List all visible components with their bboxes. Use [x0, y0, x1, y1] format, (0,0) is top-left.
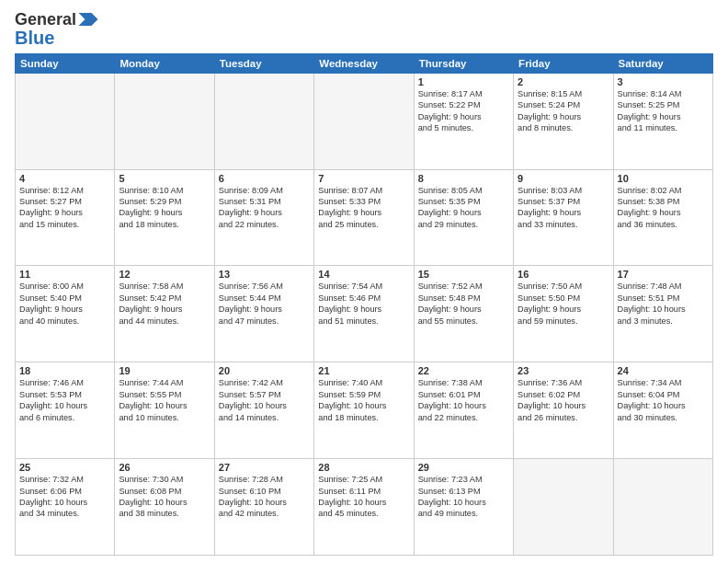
calendar-cell: 29Sunrise: 7:23 AM Sunset: 6:13 PM Dayli… — [414, 459, 513, 556]
day-number: 26 — [119, 462, 210, 473]
calendar-cell: 9Sunrise: 8:03 AM Sunset: 5:37 PM Daylig… — [514, 169, 613, 266]
cell-info: Sunrise: 8:09 AM Sunset: 5:31 PM Dayligh… — [219, 185, 310, 231]
cell-info: Sunrise: 7:32 AM Sunset: 6:06 PM Dayligh… — [19, 474, 110, 520]
col-header-sunday: Sunday — [16, 53, 115, 73]
day-number: 18 — [19, 365, 110, 376]
calendar-cell: 24Sunrise: 7:34 AM Sunset: 6:04 PM Dayli… — [613, 362, 712, 459]
cell-info: Sunrise: 7:36 AM Sunset: 6:02 PM Dayligh… — [518, 377, 609, 423]
calendar-cell: 5Sunrise: 8:10 AM Sunset: 5:29 PM Daylig… — [115, 169, 214, 266]
calendar-cell: 8Sunrise: 8:05 AM Sunset: 5:35 PM Daylig… — [414, 169, 513, 266]
calendar-cell: 19Sunrise: 7:44 AM Sunset: 5:55 PM Dayli… — [115, 362, 214, 459]
cell-info: Sunrise: 8:14 AM Sunset: 5:25 PM Dayligh… — [618, 88, 709, 134]
calendar-cell — [314, 73, 414, 169]
cell-info: Sunrise: 7:30 AM Sunset: 6:08 PM Dayligh… — [119, 474, 210, 520]
calendar-cell: 17Sunrise: 7:48 AM Sunset: 5:51 PM Dayli… — [613, 266, 712, 362]
calendar-cell — [115, 73, 214, 169]
cell-info: Sunrise: 7:38 AM Sunset: 6:01 PM Dayligh… — [418, 377, 509, 423]
day-number: 27 — [219, 462, 310, 473]
col-header-wednesday: Wednesday — [314, 53, 414, 73]
cell-info: Sunrise: 7:42 AM Sunset: 5:57 PM Dayligh… — [219, 377, 310, 423]
cell-info: Sunrise: 7:56 AM Sunset: 5:44 PM Dayligh… — [219, 281, 310, 327]
cell-info: Sunrise: 8:05 AM Sunset: 5:35 PM Dayligh… — [418, 185, 509, 231]
day-number: 29 — [418, 462, 509, 473]
calendar-cell: 20Sunrise: 7:42 AM Sunset: 5:57 PM Dayli… — [214, 362, 313, 459]
calendar-cell: 13Sunrise: 7:56 AM Sunset: 5:44 PM Dayli… — [214, 266, 313, 362]
day-number: 10 — [618, 173, 709, 184]
day-number: 16 — [518, 269, 609, 280]
calendar-cell: 18Sunrise: 7:46 AM Sunset: 5:53 PM Dayli… — [16, 362, 115, 459]
calendar-cell: 14Sunrise: 7:54 AM Sunset: 5:46 PM Dayli… — [314, 266, 414, 362]
cell-info: Sunrise: 8:17 AM Sunset: 5:22 PM Dayligh… — [418, 88, 509, 134]
day-number: 19 — [119, 365, 210, 376]
day-number: 25 — [19, 462, 110, 473]
cell-info: Sunrise: 7:25 AM Sunset: 6:11 PM Dayligh… — [318, 474, 409, 520]
day-number: 23 — [518, 365, 609, 376]
day-number: 22 — [418, 365, 509, 376]
cell-info: Sunrise: 8:00 AM Sunset: 5:40 PM Dayligh… — [19, 281, 110, 327]
week-row-4: 25Sunrise: 7:32 AM Sunset: 6:06 PM Dayli… — [16, 459, 713, 556]
cell-info: Sunrise: 8:03 AM Sunset: 5:37 PM Dayligh… — [518, 185, 609, 231]
calendar-cell: 23Sunrise: 7:36 AM Sunset: 6:02 PM Dayli… — [514, 362, 613, 459]
calendar-cell: 3Sunrise: 8:14 AM Sunset: 5:25 PM Daylig… — [613, 73, 712, 169]
logo-icon — [78, 13, 98, 26]
calendar-cell: 1Sunrise: 8:17 AM Sunset: 5:22 PM Daylig… — [414, 73, 513, 169]
cell-info: Sunrise: 7:40 AM Sunset: 5:59 PM Dayligh… — [318, 377, 409, 423]
calendar-cell: 12Sunrise: 7:58 AM Sunset: 5:42 PM Dayli… — [115, 266, 214, 362]
calendar-cell: 28Sunrise: 7:25 AM Sunset: 6:11 PM Dayli… — [314, 459, 414, 556]
cell-info: Sunrise: 8:07 AM Sunset: 5:33 PM Dayligh… — [318, 185, 409, 231]
col-header-friday: Friday — [514, 53, 613, 73]
cell-info: Sunrise: 8:12 AM Sunset: 5:27 PM Dayligh… — [19, 185, 110, 231]
day-number: 6 — [219, 173, 310, 184]
svg-marker-0 — [79, 13, 98, 26]
cell-info: Sunrise: 7:48 AM Sunset: 5:51 PM Dayligh… — [618, 281, 709, 327]
calendar-cell: 2Sunrise: 8:15 AM Sunset: 5:24 PM Daylig… — [514, 73, 613, 169]
calendar-header-row: SundayMondayTuesdayWednesdayThursdayFrid… — [16, 53, 713, 73]
cell-info: Sunrise: 7:50 AM Sunset: 5:50 PM Dayligh… — [518, 281, 609, 327]
cell-info: Sunrise: 7:54 AM Sunset: 5:46 PM Dayligh… — [318, 281, 409, 327]
cell-info: Sunrise: 7:52 AM Sunset: 5:48 PM Dayligh… — [418, 281, 509, 327]
day-number: 28 — [318, 462, 409, 473]
col-header-saturday: Saturday — [613, 53, 712, 73]
day-number: 4 — [19, 173, 110, 184]
calendar-cell: 26Sunrise: 7:30 AM Sunset: 6:08 PM Dayli… — [115, 459, 214, 556]
col-header-thursday: Thursday — [414, 53, 513, 73]
day-number: 8 — [418, 173, 509, 184]
calendar-cell: 27Sunrise: 7:28 AM Sunset: 6:10 PM Dayli… — [214, 459, 313, 556]
calendar-cell — [16, 73, 115, 169]
calendar-cell: 25Sunrise: 7:32 AM Sunset: 6:06 PM Dayli… — [16, 459, 115, 556]
logo-blue: Blue — [15, 28, 54, 48]
day-number: 3 — [618, 76, 709, 87]
week-row-1: 4Sunrise: 8:12 AM Sunset: 5:27 PM Daylig… — [16, 169, 713, 266]
calendar-cell: 4Sunrise: 8:12 AM Sunset: 5:27 PM Daylig… — [16, 169, 115, 266]
day-number: 13 — [219, 269, 310, 280]
day-number: 1 — [418, 76, 509, 87]
col-header-monday: Monday — [115, 53, 214, 73]
calendar-cell — [514, 459, 613, 556]
calendar-cell: 21Sunrise: 7:40 AM Sunset: 5:59 PM Dayli… — [314, 362, 414, 459]
day-number: 20 — [219, 365, 310, 376]
calendar-cell: 11Sunrise: 8:00 AM Sunset: 5:40 PM Dayli… — [16, 266, 115, 362]
logo: General Blue — [15, 11, 98, 48]
day-number: 12 — [119, 269, 210, 280]
day-number: 9 — [518, 173, 609, 184]
week-row-2: 11Sunrise: 8:00 AM Sunset: 5:40 PM Dayli… — [16, 266, 713, 362]
day-number: 24 — [618, 365, 709, 376]
calendar-cell: 6Sunrise: 8:09 AM Sunset: 5:31 PM Daylig… — [214, 169, 313, 266]
cell-info: Sunrise: 7:46 AM Sunset: 5:53 PM Dayligh… — [19, 377, 110, 423]
calendar-cell: 15Sunrise: 7:52 AM Sunset: 5:48 PM Dayli… — [414, 266, 513, 362]
calendar-cell — [613, 459, 712, 556]
calendar-cell: 7Sunrise: 8:07 AM Sunset: 5:33 PM Daylig… — [314, 169, 414, 266]
day-number: 11 — [19, 269, 110, 280]
header: General Blue — [15, 11, 713, 48]
day-number: 5 — [119, 173, 210, 184]
cell-info: Sunrise: 8:15 AM Sunset: 5:24 PM Dayligh… — [518, 88, 609, 134]
day-number: 15 — [418, 269, 509, 280]
page: General Blue SundayMondayTuesdayWednesda… — [0, 0, 728, 563]
cell-info: Sunrise: 7:23 AM Sunset: 6:13 PM Dayligh… — [418, 474, 509, 520]
col-header-tuesday: Tuesday — [214, 53, 313, 73]
calendar-table: SundayMondayTuesdayWednesdayThursdayFrid… — [15, 53, 713, 556]
week-row-0: 1Sunrise: 8:17 AM Sunset: 5:22 PM Daylig… — [16, 73, 713, 169]
calendar-cell: 22Sunrise: 7:38 AM Sunset: 6:01 PM Dayli… — [414, 362, 513, 459]
calendar-cell: 16Sunrise: 7:50 AM Sunset: 5:50 PM Dayli… — [514, 266, 613, 362]
day-number: 21 — [318, 365, 409, 376]
